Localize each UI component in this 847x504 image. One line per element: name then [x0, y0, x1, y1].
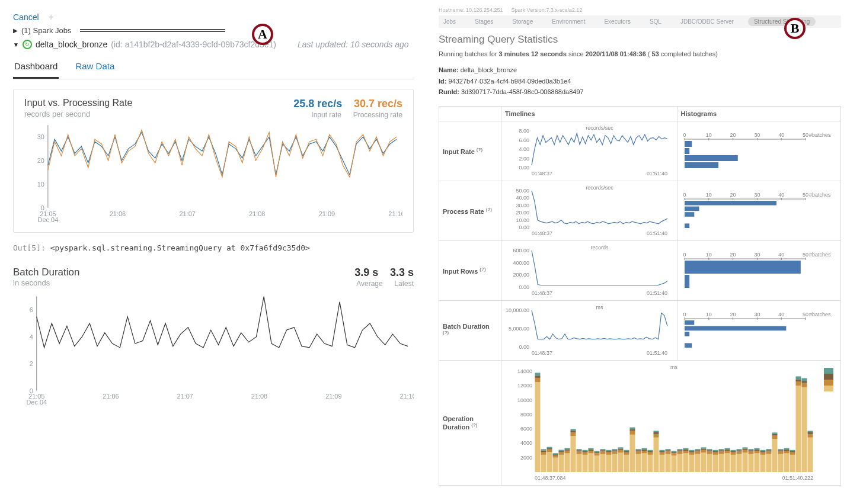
- svg-rect-174: [595, 455, 600, 472]
- svg-rect-141: [541, 449, 546, 450]
- stats-table: Timelines Histograms Input Rate (?) reco…: [439, 106, 841, 486]
- svg-rect-165: [577, 449, 582, 450]
- svg-rect-197: [624, 450, 629, 451]
- svg-rect-160: [571, 431, 576, 432]
- svg-rect-169: [583, 450, 588, 451]
- svg-rect-222: [666, 454, 671, 472]
- svg-text:records/sec: records/sec: [586, 125, 613, 131]
- svg-rect-193: [618, 447, 624, 448]
- svg-rect-293: [766, 449, 772, 450]
- svg-rect-289: [760, 450, 766, 451]
- svg-rect-319: [808, 434, 813, 438]
- svg-rect-248: [701, 448, 707, 450]
- svg-rect-313: [796, 377, 801, 380]
- svg-rect-239: [689, 452, 695, 455]
- stream-query-row[interactable]: ▼ ↻ delta_block_bronze (id: a141bf2b-d2a…: [13, 40, 414, 49]
- svg-rect-278: [749, 454, 754, 472]
- svg-rect-288: [760, 451, 766, 452]
- nav-environment[interactable]: Environment: [547, 17, 590, 26]
- svg-rect-172: [589, 450, 594, 451]
- svg-text:4.00: 4.00: [519, 146, 529, 152]
- svg-rect-73: [685, 201, 776, 206]
- svg-rect-267: [731, 452, 736, 455]
- bd-avg-value: 3.9 s: [354, 267, 378, 279]
- svg-rect-305: [784, 448, 790, 450]
- tab-dashboard[interactable]: Dashboard: [13, 57, 59, 79]
- svg-rect-215: [654, 434, 659, 438]
- chevron-down-icon: ▼: [13, 41, 19, 48]
- svg-rect-272: [737, 450, 742, 451]
- nav-executors[interactable]: Executors: [599, 17, 635, 26]
- svg-text:01:51:40: 01:51:40: [647, 290, 667, 296]
- svg-rect-265: [725, 448, 730, 450]
- svg-rect-285: [755, 448, 760, 450]
- svg-rect-301: [778, 449, 784, 450]
- svg-rect-191: [618, 450, 624, 452]
- svg-text:01:48:37: 01:48:37: [532, 290, 552, 296]
- plus-icon[interactable]: +: [49, 12, 54, 23]
- svg-text:50: 50: [803, 192, 808, 198]
- svg-rect-163: [577, 451, 582, 454]
- svg-rect-185: [606, 450, 612, 451]
- nav-sql[interactable]: SQL: [645, 17, 666, 26]
- svg-text:21:08: 21:08: [249, 210, 265, 217]
- cancel-link[interactable]: Cancel: [13, 12, 39, 22]
- nav-jobs[interactable]: Jobs: [439, 17, 461, 26]
- op-legend: [824, 368, 833, 391]
- svg-rect-204: [636, 450, 641, 451]
- svg-rect-176: [595, 452, 600, 453]
- svg-rect-310: [796, 386, 801, 472]
- svg-rect-286: [760, 455, 766, 472]
- svg-rect-170: [589, 453, 594, 472]
- svg-rect-49: [685, 162, 718, 168]
- svg-rect-182: [606, 455, 612, 472]
- spark-jobs-row[interactable]: ▶ (1) Spark Jobs: [13, 26, 414, 35]
- svg-rect-280: [749, 450, 754, 451]
- svg-rect-146: [553, 458, 558, 472]
- svg-text:6.00: 6.00: [519, 137, 529, 143]
- svg-rect-219: [660, 452, 665, 455]
- svg-rect-148: [553, 454, 558, 455]
- nav-structured-streaming[interactable]: Structured Streaming: [748, 17, 816, 26]
- svg-rect-234: [683, 453, 689, 472]
- svg-rect-226: [672, 455, 677, 472]
- svg-rect-151: [559, 452, 564, 455]
- nav-storage[interactable]: Storage: [507, 17, 538, 26]
- svg-rect-186: [612, 454, 618, 472]
- svg-rect-261: [719, 449, 724, 450]
- svg-text:50: 50: [803, 132, 808, 138]
- svg-rect-48: [685, 155, 738, 161]
- batch-duration-subtitle: in seconds: [13, 278, 79, 287]
- svg-text:0.00: 0.00: [519, 284, 529, 290]
- svg-rect-187: [612, 451, 618, 454]
- svg-text:0.00: 0.00: [519, 165, 529, 171]
- tab-raw-data[interactable]: Raw Data: [74, 57, 116, 79]
- nav-stages[interactable]: Stages: [470, 17, 498, 26]
- rate-card-subtitle: records per second: [24, 110, 132, 118]
- nav-jdbc[interactable]: JDBC/ODBC Server: [676, 17, 739, 26]
- svg-rect-184: [606, 451, 612, 452]
- svg-rect-275: [743, 450, 748, 452]
- svg-rect-249: [701, 447, 707, 448]
- svg-rect-198: [630, 435, 635, 472]
- svg-rect-230: [677, 454, 683, 472]
- svg-rect-154: [565, 453, 570, 472]
- svg-rect-47: [685, 148, 689, 154]
- svg-rect-238: [689, 455, 695, 472]
- svg-rect-271: [737, 451, 742, 454]
- svg-text:0: 0: [683, 132, 686, 138]
- hist-input-rate: 01020304050#batches: [681, 130, 835, 171]
- svg-text:21:07: 21:07: [179, 210, 195, 217]
- svg-text:records/sec: records/sec: [586, 185, 613, 191]
- last-updated: Last updated: 10 seconds ago: [298, 40, 409, 49]
- svg-text:ms: ms: [596, 304, 603, 310]
- svg-rect-206: [642, 453, 647, 472]
- row-operation-duration: Operation Duration (?) ms200040006000800…: [439, 361, 841, 486]
- batch-duration-title: Batch Duration: [13, 267, 79, 278]
- svg-rect-224: [666, 450, 671, 451]
- svg-rect-246: [701, 452, 707, 472]
- svg-text:#batches: #batches: [809, 192, 831, 198]
- svg-rect-315: [802, 383, 807, 387]
- svg-rect-145: [547, 447, 552, 448]
- svg-text:50: 50: [803, 252, 808, 258]
